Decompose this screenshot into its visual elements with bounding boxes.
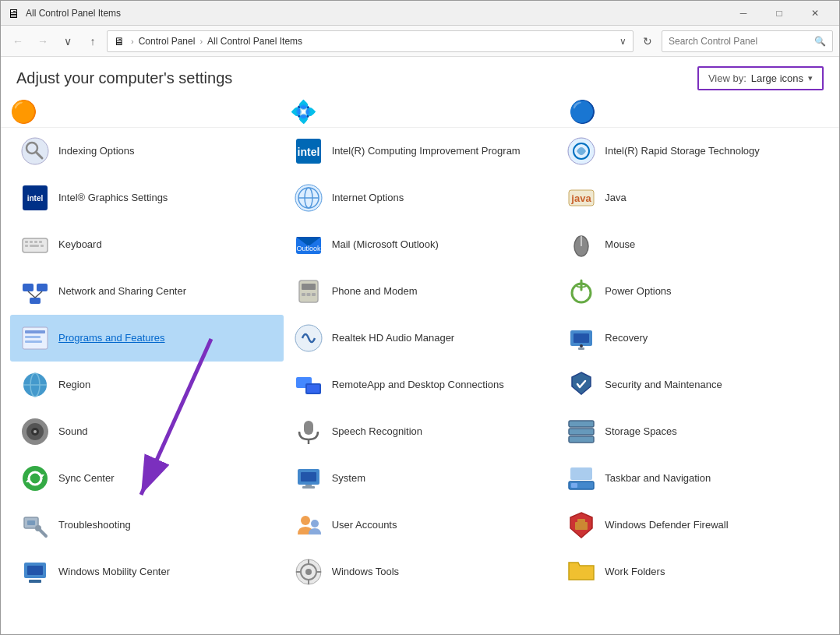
svg-marker-55 <box>572 372 591 394</box>
item-work-folders[interactable]: Work Folders <box>556 549 830 595</box>
svg-rect-19 <box>39 241 42 243</box>
phone-modem-label: Phone and Modem <box>332 285 418 298</box>
svg-rect-18 <box>34 241 37 243</box>
item-keyboard[interactable]: Keyboard <box>10 221 284 268</box>
item-intel-computing[interactable]: intelIntel(R) Computing Improvement Prog… <box>284 128 557 175</box>
partial-item-1[interactable]: 🟠 <box>1 97 281 127</box>
item-intel-rapid-storage[interactable]: Intel(R) Rapid Storage Technology <box>556 128 830 175</box>
security-maintenance-label: Security and Maintenance <box>605 379 722 392</box>
svg-rect-71 <box>305 485 312 486</box>
dropdown-button[interactable]: ∨ <box>57 30 79 52</box>
item-windows-mobility[interactable]: Windows Mobility Center <box>10 549 284 595</box>
search-input[interactable] <box>669 36 811 47</box>
mail-outlook-icon: Outlook <box>293 229 324 260</box>
svg-rect-17 <box>30 241 33 243</box>
java-icon: java <box>566 182 597 213</box>
item-power-options[interactable]: Power Options <box>556 268 830 315</box>
up-button[interactable]: ↑ <box>82 30 104 52</box>
address-chevron[interactable]: ∨ <box>619 36 626 47</box>
network-sharing-label: Network and Sharing Center <box>58 285 186 298</box>
item-storage-spaces[interactable]: Storage Spaces <box>556 408 830 455</box>
address-sep1: › <box>131 37 134 46</box>
view-by-selector[interactable]: View by: Large icons ▾ <box>697 66 824 90</box>
partial-item-3[interactable]: 🔵 <box>559 97 839 127</box>
svg-text:intel: intel <box>297 146 319 158</box>
item-mouse[interactable]: Mouse <box>556 221 830 268</box>
svg-rect-70 <box>302 486 315 489</box>
storage-spaces-label: Storage Spaces <box>605 425 677 439</box>
item-mail-outlook[interactable]: OutlookMail (Microsoft Outlook) <box>284 221 557 268</box>
item-sync-center[interactable]: Sync Center <box>10 455 284 502</box>
intel-computing-label: Intel(R) Computing Improvement Program <box>332 145 521 158</box>
indexing-options-icon <box>19 136 51 167</box>
back-button[interactable]: ← <box>7 30 29 52</box>
item-system[interactable]: System <box>284 455 557 502</box>
item-realtek-audio[interactable]: Realtek HD Audio Manager <box>284 315 557 362</box>
svg-text:Outlook: Outlook <box>296 245 321 252</box>
svg-rect-37 <box>312 293 316 296</box>
mouse-icon <box>566 229 597 260</box>
item-java[interactable]: javaJava <box>556 175 830 221</box>
item-region[interactable]: Region <box>10 362 284 408</box>
address-bar[interactable]: 🖥 › Control Panel › All Control Panel It… <box>107 30 634 52</box>
svg-rect-34 <box>302 284 316 290</box>
svg-rect-73 <box>571 483 577 488</box>
address-current: All Control Panel Items <box>207 36 302 47</box>
close-button[interactable]: ✕ <box>797 1 833 26</box>
svg-line-32 <box>35 291 42 298</box>
item-indexing-options[interactable]: Indexing Options <box>10 128 284 175</box>
address-control-panel: Control Panel <box>139 36 196 47</box>
refresh-button[interactable]: ↻ <box>637 30 658 52</box>
indexing-options-label: Indexing Options <box>58 145 135 158</box>
mouse-label: Mouse <box>605 238 635 252</box>
phone-modem-icon <box>293 276 324 307</box>
titlebar-left: 🖥 All Control Panel Items <box>7 7 121 19</box>
item-programs-features[interactable]: Programs and Features <box>10 315 284 362</box>
item-sound[interactable]: Sound <box>10 408 284 455</box>
partial-top-row: 🟠 💠 🔵 <box>1 97 839 128</box>
keyboard-icon <box>19 229 51 260</box>
sound-label: Sound <box>58 425 88 439</box>
item-internet-options[interactable]: Internet Options <box>284 175 557 221</box>
troubleshooting-icon <box>19 510 51 541</box>
power-options-icon <box>566 276 597 307</box>
forward-button[interactable]: → <box>32 30 54 52</box>
search-icon[interactable]: 🔍 <box>814 36 826 47</box>
minimize-button[interactable]: ─ <box>725 1 761 26</box>
item-taskbar-navigation[interactable]: Taskbar and Navigation <box>556 455 830 502</box>
content-header: Adjust your computer's settings View by:… <box>1 57 839 97</box>
items-container: Indexing OptionsintelIntel(R) Computing … <box>1 128 839 605</box>
svg-rect-41 <box>25 330 45 333</box>
item-recovery[interactable]: Recovery <box>556 315 830 362</box>
svg-rect-62 <box>569 421 594 427</box>
navbar: ← → ∨ ↑ 🖥 › Control Panel › All Control … <box>1 26 839 57</box>
item-phone-modem[interactable]: Phone and Modem <box>284 268 557 315</box>
item-troubleshooting[interactable]: Troubleshooting <box>10 502 284 549</box>
work-folders-icon <box>566 556 597 587</box>
svg-rect-35 <box>302 293 305 296</box>
svg-point-80 <box>311 520 319 527</box>
system-icon <box>293 463 324 494</box>
remoteapp-label: RemoteApp and Desktop Connections <box>332 379 504 392</box>
item-speech-recognition[interactable]: Speech Recognition <box>284 408 557 455</box>
realtek-audio-label: Realtek HD Audio Manager <box>332 332 455 345</box>
search-bar[interactable]: 🔍 <box>662 30 833 52</box>
item-intel-graphics[interactable]: intelIntel® Graphics Settings <box>10 175 284 221</box>
troubleshooting-label: Troubleshooting <box>58 519 131 532</box>
svg-rect-36 <box>306 293 310 296</box>
partial-item-2[interactable]: 💠 <box>281 97 560 127</box>
item-security-maintenance[interactable]: Security and Maintenance <box>556 362 830 408</box>
maximize-button[interactable]: □ <box>761 1 797 26</box>
region-label: Region <box>58 379 90 392</box>
system-label: System <box>332 472 365 485</box>
svg-rect-42 <box>25 336 41 338</box>
item-remoteapp[interactable]: RemoteApp and Desktop Connections <box>284 362 557 408</box>
storage-spaces-icon <box>566 416 597 447</box>
svg-rect-69 <box>301 472 316 482</box>
item-user-accounts[interactable]: User Accounts <box>284 502 557 549</box>
item-windows-defender[interactable]: Windows Defender Firewall <box>556 502 830 549</box>
item-network-sharing[interactable]: Network and Sharing Center <box>10 268 284 315</box>
taskbar-navigation-icon <box>566 463 597 494</box>
item-windows-tools[interactable]: Windows Tools <box>284 549 557 595</box>
sync-center-label: Sync Center <box>58 472 115 485</box>
